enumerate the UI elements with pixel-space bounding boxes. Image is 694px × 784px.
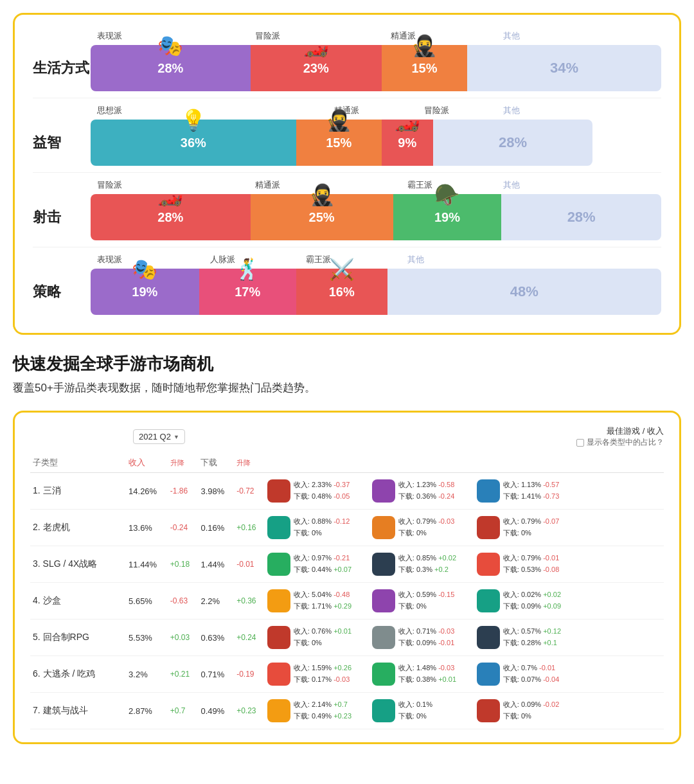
table-row: 2. 老虎机13.6%-0.240.16%+0.16收入: 0.88% -0.1… xyxy=(30,510,664,546)
game-item: 收入: 0.76% +0.01下载: 0% xyxy=(267,626,367,649)
genre-label: 冒险派 xyxy=(255,30,280,42)
genre-label: 精通派 xyxy=(334,105,359,116)
bar-percentage: 28% xyxy=(157,210,183,225)
show-pct-row: 显示各类型中的占比？ xyxy=(576,437,664,448)
game-stats: 收入: 0.79% -0.01下载: 0.53% -0.08 xyxy=(503,553,559,575)
row-games: 收入: 2.33% -0.37下载: 0.48% -0.05收入: 1.23% … xyxy=(265,473,664,510)
row-dl-change: -0.72 xyxy=(234,473,265,510)
bar-percentage: 9% xyxy=(398,136,416,150)
row-revenue: 5.65% xyxy=(126,583,168,619)
genre-label: 霸王派 xyxy=(306,254,331,265)
row-dl-change: +0.23 xyxy=(234,693,265,729)
row-rev-change: +0.7 xyxy=(168,693,199,729)
table-header-row: 2021 Q2 最佳游戏 / 收入 显示各类型中的占比？ xyxy=(30,425,664,448)
row-name: 4. 沙盒 xyxy=(30,583,126,619)
game-stats: 收入: 1.48% -0.03下载: 0.38% +0.01 xyxy=(398,663,456,685)
game-stats: 收入: 1.23% -0.58下载: 0.36% -0.24 xyxy=(398,479,454,502)
genre-bar-row: 益智💡36%🥷15%🏎️9%28% xyxy=(33,120,661,166)
table-row: 5. 回合制RPG5.53%+0.030.63%+0.24收入: 0.76% +… xyxy=(30,619,664,656)
row-revenue: 11.44% xyxy=(126,546,168,583)
game-stats: 收入: 0.79% -0.07下载: 0% xyxy=(503,516,559,539)
bar-segment: 🎭28% xyxy=(91,45,251,91)
bar-segment: 🥷25% xyxy=(251,194,393,240)
best-game-title: 最佳游戏 / 收入 xyxy=(576,425,664,437)
bar-percentage: 15% xyxy=(411,61,437,76)
bar-percentage: 23% xyxy=(303,61,329,76)
genre-labels-row: 表现派人脉派霸王派其他 xyxy=(97,254,661,267)
game-item: 收入: 1.23% -0.58下载: 0.36% -0.24 xyxy=(372,479,472,503)
genre-label: 冒险派 xyxy=(97,179,122,191)
game-item: 收入: 0.71% -0.03下载: 0.09% -0.01 xyxy=(372,626,472,649)
bar-segment: 🥷15% xyxy=(382,45,467,91)
game-icon xyxy=(477,589,500,612)
genre-labels-row: 冒险派精通派霸王派其他 xyxy=(97,179,661,192)
genre-bar-container: 🏎️28%🥷25%🪖19%28% xyxy=(91,194,661,240)
bar-segment: 34% xyxy=(467,45,661,91)
row-dl-change: +0.24 xyxy=(234,619,265,656)
genre-bar-container: 💡36%🥷15%🏎️9%28% xyxy=(91,120,661,166)
game-item: 收入: 0.85% +0.02下载: 0.3% +0.2 xyxy=(372,553,472,576)
bar-segment: 🎭19% xyxy=(91,269,199,315)
genre-rows: 表现派冒险派精通派其他生活方式🎭28%🏎️23%🥷15%34%思想派精通派冒险派… xyxy=(33,30,661,315)
show-pct-checkbox[interactable] xyxy=(576,439,584,447)
game-icon xyxy=(267,626,290,649)
row-name: 2. 老虎机 xyxy=(30,510,126,546)
bar-segment: 🏎️28% xyxy=(91,194,251,240)
game-stats: 收入: 0.85% +0.02下载: 0.3% +0.2 xyxy=(398,553,456,575)
game-stats: 收入: 1.13% -0.57下载: 1.41% -0.73 xyxy=(503,479,559,502)
row-dl-change: +0.16 xyxy=(234,510,265,546)
game-icon xyxy=(477,626,500,649)
game-item: 收入: 1.48% -0.03下载: 0.38% +0.01 xyxy=(372,663,472,686)
genre-bar-container: 🎭19%🕺17%⚔️16%48% xyxy=(91,269,661,315)
row-revenue: 14.26% xyxy=(126,473,168,510)
row-name: 5. 回合制RPG xyxy=(30,619,126,656)
game-stats: 收入: 0.02% +0.02下载: 0.09% +0.09 xyxy=(503,589,561,612)
col-dl-trend: 升降 xyxy=(234,453,265,473)
genre-label: 冒险派 xyxy=(424,105,449,116)
genre-name: 益智 xyxy=(33,133,91,152)
genre-labels-row: 思想派精通派冒险派其他 xyxy=(97,105,661,118)
row-games: 收入: 1.59% +0.26下载: 0.17% -0.03收入: 1.48% … xyxy=(265,656,664,693)
genre-bar-container: 🎭28%🏎️23%🥷15%34% xyxy=(91,45,661,91)
row-name: 3. SLG / 4X战略 xyxy=(30,546,126,583)
game-icon xyxy=(267,589,290,612)
mid-title: 快速发掘全球手游市场商机 xyxy=(13,353,681,375)
quarter-selector[interactable]: 2021 Q2 xyxy=(133,429,185,444)
game-icon xyxy=(267,663,290,686)
game-icon xyxy=(372,699,395,722)
row-games: 收入: 0.97% -0.21下载: 0.44% +0.07收入: 0.85% … xyxy=(265,546,664,583)
bar-percentage: 16% xyxy=(329,285,355,299)
game-stats: 收入: 0.88% -0.12下载: 0% xyxy=(294,516,350,539)
table-row: 7. 建筑与战斗2.87%+0.70.49%+0.23收入: 2.14% +0.… xyxy=(30,693,664,729)
bar-segment: 💡36% xyxy=(91,120,296,166)
genre-labels-row: 表现派冒险派精通派其他 xyxy=(97,30,661,43)
genre-label: 人脉派 xyxy=(210,254,235,265)
game-item: 收入: 5.04% -0.48下载: 1.71% +0.29 xyxy=(267,589,367,612)
game-item: 收入: 0.57% +0.12下载: 0.28% +0.1 xyxy=(477,626,576,649)
row-games: 收入: 5.04% -0.48下载: 1.71% +0.29收入: 0.59% … xyxy=(265,583,664,619)
game-item: 收入: 1.13% -0.57下载: 1.41% -0.73 xyxy=(477,479,576,503)
bar-percentage: 15% xyxy=(326,136,351,150)
row-dl-change: -0.19 xyxy=(234,656,265,693)
col-rev-trend: 升降 xyxy=(168,453,199,473)
row-download: 0.71% xyxy=(198,656,234,693)
game-icon xyxy=(477,663,500,686)
genre-label: 精通派 xyxy=(391,30,416,42)
bar-percentage: 17% xyxy=(235,285,260,299)
game-item: 收入: 2.33% -0.37下载: 0.48% -0.05 xyxy=(267,479,367,503)
table-header: 子类型 收入 升降 下载 升降 xyxy=(30,453,664,473)
game-icon xyxy=(267,479,290,503)
bar-segment: 28% xyxy=(501,194,661,240)
game-stats: 收入: 0.1%下载: 0% xyxy=(398,699,432,722)
game-icon xyxy=(372,516,395,539)
bar-segment: 🕺17% xyxy=(199,269,296,315)
game-item: 收入: 0.97% -0.21下载: 0.44% +0.07 xyxy=(267,553,367,576)
game-icon xyxy=(267,516,290,539)
row-download: 1.44% xyxy=(198,546,234,583)
genre-bar-row: 射击🏎️28%🥷25%🪖19%28% xyxy=(33,194,661,240)
genre-label: 表现派 xyxy=(97,254,122,265)
col-download: 下载 xyxy=(198,453,234,473)
show-pct-label: 显示各类型中的占比？ xyxy=(587,437,664,448)
genre-bar-row: 生活方式🎭28%🏎️23%🥷15%34% xyxy=(33,45,661,91)
genre-name: 射击 xyxy=(33,208,91,227)
